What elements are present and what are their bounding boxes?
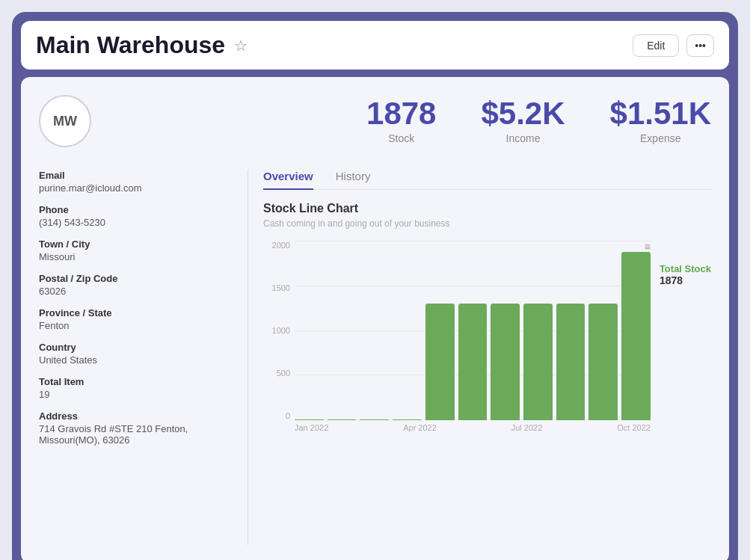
- zip-value: 63026: [39, 286, 233, 297]
- y-label-1000: 1000: [263, 326, 290, 335]
- legend-box: Total Stock 1878: [660, 241, 711, 286]
- bar-4: [425, 304, 455, 420]
- more-options-button[interactable]: •••: [686, 34, 714, 57]
- country-label: Country: [39, 342, 233, 353]
- email-value: purine.mar@icloud.com: [39, 182, 233, 194]
- zip-label: Postal / Zip Code: [39, 273, 233, 284]
- y-label-0: 0: [263, 411, 290, 420]
- stat-expense: $1.51K Expense: [610, 98, 711, 144]
- state-label: Province / State: [39, 307, 233, 319]
- right-panel: Overview History Stock Line Chart Cash c…: [263, 170, 711, 545]
- stat-income: $5.2K Income: [481, 98, 565, 144]
- left-panel: Email purine.mar@icloud.com Phone (314) …: [39, 170, 248, 545]
- city-label: Town / City: [39, 239, 233, 250]
- chart-section: Stock Line Chart Cash coming in and goin…: [263, 202, 711, 545]
- bar-3: [393, 419, 422, 420]
- edit-button[interactable]: Edit: [633, 34, 679, 57]
- x-label-oct: Oct 2022: [617, 423, 651, 432]
- header-right: Edit •••: [633, 34, 714, 57]
- expense-label: Expense: [610, 132, 711, 144]
- info-zip: Postal / Zip Code 63026: [39, 273, 233, 297]
- stock-value: 1878: [366, 98, 436, 129]
- legend-label: Total Stock: [660, 263, 711, 274]
- page-title: Main Warehouse: [36, 31, 225, 59]
- bar-7: [523, 304, 553, 420]
- header-bar: Main Warehouse ☆ Edit •••: [21, 21, 729, 70]
- y-label-2000: 2000: [263, 241, 290, 250]
- y-label-500: 500: [263, 369, 290, 378]
- tab-overview[interactable]: Overview: [263, 170, 313, 190]
- bar-5: [458, 304, 488, 420]
- bar-8: [556, 304, 585, 420]
- info-email: Email purine.mar@icloud.com: [39, 170, 233, 194]
- x-axis: Jan 2022 Apr 2022 Jul 2022 Oct 2022: [295, 420, 651, 432]
- info-city: Town / City Missouri: [39, 239, 233, 262]
- tab-history[interactable]: History: [336, 170, 371, 190]
- state-value: Fenton: [39, 320, 233, 331]
- stats-items: 1878 Stock $5.2K Income $1.51K Expense: [366, 98, 711, 144]
- info-phone: Phone (314) 543-5230: [39, 204, 233, 228]
- bar-10: [621, 252, 651, 420]
- address-label: Address: [39, 410, 233, 422]
- header-left: Main Warehouse ☆: [36, 31, 248, 59]
- info-address: Address 714 Gravois Rd #STE 210 Fenton, …: [39, 410, 233, 446]
- bar-9: [588, 304, 618, 420]
- income-value: $5.2K: [481, 98, 565, 129]
- main-content: MW 1878 Stock $5.2K Income $1.51K Expens…: [21, 77, 729, 560]
- city-value: Missouri: [39, 251, 233, 262]
- chart-inner: ≡ 0 500 1000 1500 2000: [263, 241, 651, 432]
- bar-2: [360, 419, 389, 420]
- x-label-jul: Jul 2022: [511, 423, 543, 432]
- stats-row: MW 1878 Stock $5.2K Income $1.51K Expens…: [39, 95, 711, 155]
- info-state: Province / State Fenton: [39, 307, 233, 331]
- phone-label: Phone: [39, 204, 233, 215]
- expense-value: $1.51K: [610, 98, 711, 129]
- chart-container: ≡ 0 500 1000 1500 2000: [263, 241, 711, 432]
- info-country: Country United States: [39, 342, 233, 366]
- y-label-1500: 1500: [263, 283, 290, 292]
- avatar: MW: [39, 95, 91, 147]
- stat-stock: 1878 Stock: [366, 98, 436, 144]
- x-label-jan: Jan 2022: [295, 423, 328, 432]
- chart-title: Stock Line Chart: [263, 202, 711, 215]
- app-container: Main Warehouse ☆ Edit ••• MW 1878 Stock …: [12, 12, 738, 560]
- x-label-apr: Apr 2022: [403, 423, 437, 432]
- phone-value: (314) 543-5230: [39, 217, 233, 228]
- bar-6: [491, 304, 520, 420]
- stock-label: Stock: [366, 132, 436, 144]
- body-row: Email purine.mar@icloud.com Phone (314) …: [39, 170, 711, 545]
- info-total-item: Total Item 19: [39, 376, 233, 400]
- country-value: United States: [39, 354, 233, 366]
- total-item-value: 19: [39, 389, 233, 400]
- favorite-icon[interactable]: ☆: [234, 37, 248, 55]
- address-value: 714 Gravois Rd #STE 210 Fenton, Missouri…: [39, 423, 233, 446]
- chart-subtitle: Cash coming in and going out of your bus…: [263, 218, 711, 229]
- total-item-label: Total Item: [39, 376, 233, 387]
- tabs-row: Overview History: [263, 170, 711, 190]
- income-label: Income: [481, 132, 565, 144]
- bar-1: [328, 419, 357, 420]
- bar-0: [295, 419, 324, 420]
- legend-value: 1878: [660, 274, 683, 286]
- email-label: Email: [39, 170, 233, 181]
